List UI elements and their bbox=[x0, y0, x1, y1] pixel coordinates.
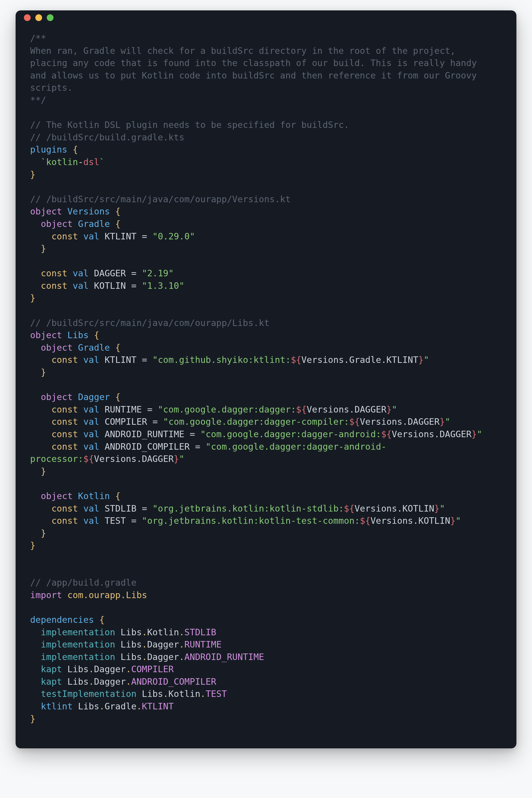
const-name-compiler: COMPILER bbox=[105, 416, 147, 427]
dagger-ref: Dagger bbox=[147, 652, 179, 662]
interp-open: ${ bbox=[291, 355, 301, 365]
runtime-ref: RUNTIME bbox=[185, 639, 222, 650]
string-literal: "com.google.dagger:dagger-compiler: bbox=[163, 416, 349, 427]
dot: . bbox=[163, 689, 168, 699]
dot: . bbox=[89, 676, 94, 687]
libs-ref: Libs bbox=[120, 627, 142, 637]
backtick: ` bbox=[41, 157, 46, 167]
brace-open: { bbox=[99, 614, 104, 625]
dot: . bbox=[179, 639, 184, 650]
string-close: " bbox=[424, 355, 429, 365]
const-keyword: const bbox=[52, 429, 78, 439]
equals: = bbox=[131, 268, 136, 278]
string-literal: "com.google.dagger:dagger: bbox=[158, 404, 296, 414]
compiler-ref: COMPILER bbox=[131, 664, 174, 674]
const-name-android-runtime: ANDROID_RUNTIME bbox=[105, 429, 185, 439]
const-keyword: const bbox=[52, 404, 78, 414]
code-content: /** When ran, Gradle will check for a bu… bbox=[16, 25, 516, 735]
equals: = bbox=[195, 441, 200, 452]
object-name-libs: Libs bbox=[67, 330, 89, 340]
block-comment-line: When ran, Gradle will check for a buildS… bbox=[30, 45, 461, 56]
config-kapt: kapt bbox=[41, 676, 62, 687]
libs-ref: Libs bbox=[67, 676, 89, 687]
interp-close: } bbox=[174, 453, 179, 464]
object-keyword: object bbox=[41, 342, 73, 353]
interp-close: } bbox=[450, 516, 455, 526]
brace-close: } bbox=[41, 367, 46, 377]
string-value: "0.29.0" bbox=[152, 231, 195, 241]
dot: . bbox=[142, 627, 147, 637]
equals: = bbox=[190, 429, 195, 439]
line-comment: // /buildSrc/build.gradle.kts bbox=[30, 132, 185, 143]
line-comment: // /buildSrc/src/main/java/com/ourapp/Li… bbox=[30, 318, 269, 328]
object-keyword: object bbox=[41, 392, 73, 402]
const-keyword: const bbox=[52, 355, 78, 365]
brace-open: { bbox=[115, 491, 120, 501]
kotlin-ref: Kotlin bbox=[147, 627, 179, 637]
interp-close: } bbox=[439, 416, 445, 427]
string-literal: "org.jetbrains.kotlin:kotlin-test-common… bbox=[142, 516, 360, 526]
dsl-text: dsl bbox=[83, 157, 99, 167]
minimize-icon[interactable] bbox=[35, 14, 42, 21]
dot: . bbox=[142, 639, 147, 650]
const-name-stdlib: STDLIB bbox=[105, 503, 137, 514]
const-name-test: TEST bbox=[105, 516, 126, 526]
const-name-kotlin: KOTLIN bbox=[94, 280, 126, 291]
object-name-kotlin: Kotlin bbox=[78, 491, 110, 501]
dot: . bbox=[179, 652, 184, 662]
dependencies-keyword: dependencies bbox=[30, 614, 94, 625]
import-keyword: import bbox=[30, 590, 62, 600]
string-close: " bbox=[439, 503, 445, 514]
val-keyword: val bbox=[83, 355, 99, 365]
interp-open: ${ bbox=[349, 416, 360, 427]
equals: = bbox=[152, 416, 158, 427]
brace-close: } bbox=[41, 466, 46, 477]
config-testimplementation: testImplementation bbox=[41, 689, 136, 699]
libs-ref: Libs bbox=[142, 689, 163, 699]
equals: = bbox=[142, 503, 147, 514]
const-name-android-compiler: ANDROID_COMPILER bbox=[105, 441, 190, 452]
equals: = bbox=[131, 516, 136, 526]
interp-path: Versions.Gradle.KTLINT bbox=[301, 355, 418, 365]
dagger-ref: Dagger bbox=[94, 676, 126, 687]
const-name-dagger: DAGGER bbox=[94, 268, 126, 278]
interp-open: ${ bbox=[360, 516, 370, 526]
interp-open: ${ bbox=[344, 503, 355, 514]
line-comment: // /buildSrc/src/main/java/com/ourapp/Ve… bbox=[30, 194, 291, 204]
libs-ref: Libs bbox=[120, 652, 142, 662]
object-name-dagger: Dagger bbox=[78, 392, 110, 402]
page-container: /** When ran, Gradle will check for a bu… bbox=[0, 0, 532, 798]
dot: . bbox=[200, 689, 206, 699]
kotlin-ref: Kotlin bbox=[168, 689, 200, 699]
object-name-gradle: Gradle bbox=[78, 342, 110, 353]
dot: . bbox=[99, 701, 104, 711]
val-keyword: val bbox=[83, 429, 99, 439]
dot: . bbox=[142, 652, 147, 662]
val-keyword: val bbox=[83, 231, 99, 241]
interp-path: Versions.KOTLIN bbox=[355, 503, 434, 514]
libs-ref: Libs bbox=[120, 639, 142, 650]
interp-path: Versions.DAGGER bbox=[307, 404, 386, 414]
ktlint-ref: KTLINT bbox=[142, 701, 174, 711]
val-keyword: val bbox=[83, 503, 99, 514]
brace-open: { bbox=[115, 342, 120, 353]
libs-ref: Libs bbox=[78, 701, 99, 711]
interp-path: Versions.DAGGER bbox=[392, 429, 472, 439]
block-comment-end: **/ bbox=[30, 95, 46, 105]
dash: - bbox=[78, 157, 83, 167]
interp-open: ${ bbox=[296, 404, 307, 414]
android-runtime-ref: ANDROID_RUNTIME bbox=[185, 652, 264, 662]
android-compiler-ref: ANDROID_COMPILER bbox=[131, 676, 216, 687]
const-name-ktlint: KTLINT bbox=[105, 231, 137, 241]
brace-close: } bbox=[41, 243, 46, 254]
brace-close: } bbox=[30, 293, 35, 303]
string-literal: "com.github.shyiko:ktlint: bbox=[152, 355, 291, 365]
line-comment: // The Kotlin DSL plugin needs to be spe… bbox=[30, 119, 349, 130]
maximize-icon[interactable] bbox=[47, 14, 54, 21]
string-close: " bbox=[456, 516, 461, 526]
dot: . bbox=[126, 676, 131, 687]
libs-ref: Libs bbox=[67, 664, 89, 674]
line-comment: // /app/build.gradle bbox=[30, 577, 136, 588]
const-keyword: const bbox=[52, 416, 78, 427]
close-icon[interactable] bbox=[24, 14, 31, 21]
